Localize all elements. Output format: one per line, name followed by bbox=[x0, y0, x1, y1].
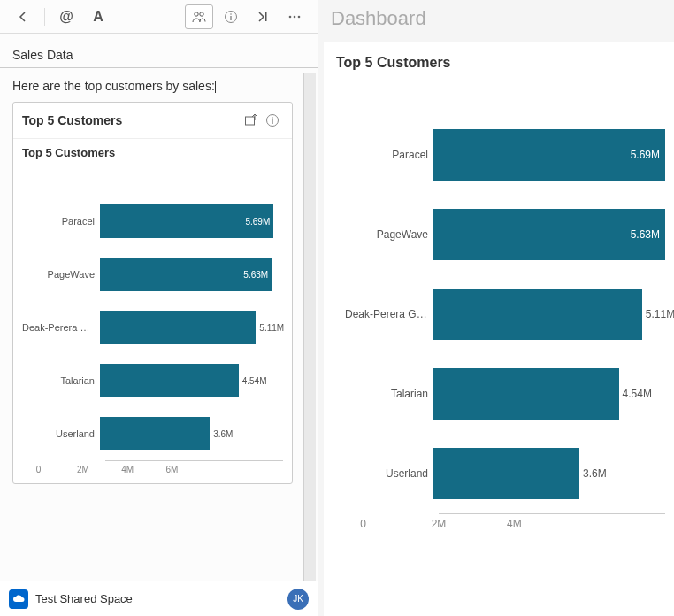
bar-value: 4.54M bbox=[619, 388, 652, 400]
scrollbar[interactable] bbox=[303, 73, 316, 581]
dashboard-card: Top 5 Customers Paracel 5.69M PageWave 5… bbox=[324, 42, 674, 616]
bar-value: 5.69M bbox=[245, 217, 270, 227]
bar-value: 3.6M bbox=[210, 429, 233, 439]
svg-point-11 bbox=[272, 117, 273, 119]
bar-value: 4.54M bbox=[239, 376, 267, 386]
section-title: Sales Data bbox=[0, 34, 318, 68]
back-button[interactable] bbox=[9, 4, 37, 29]
svg-rect-9 bbox=[246, 117, 255, 125]
info-button[interactable] bbox=[217, 4, 245, 29]
bar-value: 5.11M bbox=[642, 308, 674, 320]
avatar[interactable]: JK bbox=[287, 589, 309, 610]
bar-row: Userland 3.6M bbox=[345, 434, 665, 513]
big-chart: Paracel 5.69M PageWave 5.63M Deak-Perera… bbox=[336, 97, 674, 539]
text-cursor bbox=[215, 81, 216, 93]
card-title: Top 5 Customers bbox=[22, 113, 241, 127]
footer-bar: Test Shared Space JK bbox=[0, 581, 318, 616]
bar-value: 5.69M bbox=[631, 149, 660, 161]
x-axis: 0 2M 4M 6M bbox=[105, 460, 283, 474]
bar-label: Paracel bbox=[22, 216, 100, 227]
bar-row: Deak-Perera Group. 5.11M bbox=[345, 274, 665, 354]
embedded-chart-card: Top 5 Customers Top 5 Customers Paracel … bbox=[12, 102, 293, 484]
svg-rect-5 bbox=[265, 12, 267, 21]
bar-row: Paracel 5.69M bbox=[22, 195, 283, 248]
cloud-icon[interactable] bbox=[9, 589, 28, 609]
dashboard-title: Dashboard bbox=[318, 0, 674, 37]
bar-row: PageWave 5.63M bbox=[345, 195, 665, 274]
bar-label: PageWave bbox=[22, 269, 100, 280]
svg-point-0 bbox=[195, 12, 198, 15]
share-icon[interactable] bbox=[241, 110, 262, 131]
bar-label: Talarian bbox=[345, 388, 433, 400]
bar-row: Deak-Perera Group. 5.11M bbox=[22, 301, 283, 354]
bar-label: Deak-Perera Group. bbox=[22, 322, 100, 333]
bar-label: Talarian bbox=[22, 375, 100, 386]
bar-row: Talarian 4.54M bbox=[345, 354, 665, 434]
skip-end-button[interactable] bbox=[249, 4, 277, 29]
bar-label: Deak-Perera Group. bbox=[345, 308, 433, 320]
separator bbox=[44, 8, 45, 26]
space-name[interactable]: Test Shared Space bbox=[35, 592, 133, 605]
people-button[interactable] bbox=[185, 4, 213, 29]
bar-row: PageWave 5.63M bbox=[22, 248, 283, 301]
body-text[interactable]: Here are the top customers by sales: bbox=[12, 73, 309, 102]
mention-button[interactable]: @ bbox=[52, 4, 80, 29]
chart-subtitle: Top 5 Customers bbox=[13, 139, 292, 159]
small-chart: Paracel 5.69M PageWave 5.63M Deak-Perera… bbox=[13, 159, 292, 483]
svg-point-7 bbox=[294, 15, 296, 18]
bar-label: Userland bbox=[22, 428, 100, 439]
dashboard-chart-title: Top 5 Customers bbox=[336, 55, 674, 71]
svg-rect-12 bbox=[272, 119, 272, 124]
svg-rect-4 bbox=[230, 16, 231, 20]
more-button[interactable] bbox=[280, 4, 309, 29]
editor-toolbar: @ A bbox=[0, 0, 318, 34]
bar-value: 5.63M bbox=[243, 270, 268, 280]
bar-value: 5.63M bbox=[631, 228, 660, 241]
bar-value: 3.6M bbox=[579, 467, 607, 480]
bar-value: 5.11M bbox=[256, 323, 284, 333]
bar-label: Paracel bbox=[345, 149, 433, 161]
text-format-button[interactable]: A bbox=[84, 4, 112, 29]
bar-row: Talarian 4.54M bbox=[22, 354, 283, 407]
svg-point-6 bbox=[289, 15, 292, 18]
svg-point-1 bbox=[200, 12, 203, 15]
bar-row: Userland 3.6M bbox=[22, 407, 283, 460]
bar-row: Paracel 5.69M bbox=[345, 115, 665, 195]
svg-point-8 bbox=[298, 15, 301, 18]
bar-label: Userland bbox=[345, 467, 433, 480]
x-axis: 0 2M 4M bbox=[439, 513, 665, 530]
svg-point-3 bbox=[230, 13, 232, 15]
bar-label: PageWave bbox=[345, 228, 433, 241]
info-icon[interactable] bbox=[262, 110, 283, 131]
